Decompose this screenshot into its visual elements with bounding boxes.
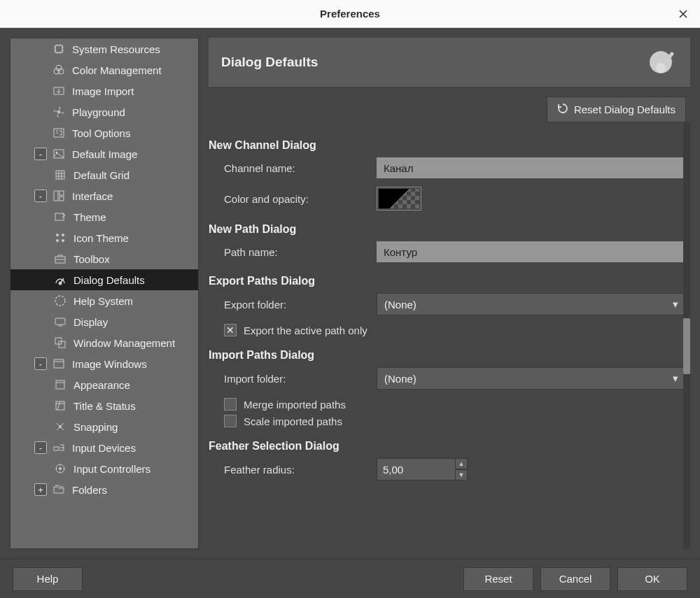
tree-expander-icon[interactable]: +	[34, 483, 47, 496]
checkbox-export-active-only[interactable]: ✕	[224, 324, 237, 336]
select-import-folder-value: (None)	[384, 373, 416, 385]
svg-rect-11	[59, 191, 64, 195]
reset-dialog-defaults-button[interactable]: Reset Dialog Defaults	[547, 97, 686, 122]
scrollbar-thumb[interactable]	[683, 318, 690, 374]
icons-icon	[52, 230, 68, 245]
sidebar-item-window-management[interactable]: Window Management	[10, 332, 198, 353]
image-icon	[51, 146, 66, 162]
sidebar-item-label: Appearance	[74, 379, 130, 391]
sidebar-item-image-windows[interactable]: -Image Windows	[10, 353, 198, 374]
select-import-folder[interactable]: (None) ▾	[377, 367, 686, 390]
sidebar-item-default-grid[interactable]: Default Grid	[10, 164, 198, 185]
sidebar-item-default-image[interactable]: -Default Image	[10, 143, 198, 164]
cancel-button[interactable]: Cancel	[540, 567, 610, 591]
sidebar-item-label: Playground	[72, 106, 125, 118]
spinner-feather-radius[interactable]: 5,00 ▲ ▼	[377, 458, 468, 480]
theme-icon	[52, 209, 68, 225]
sidebar-item-input-devices[interactable]: -Input Devices	[10, 437, 198, 458]
svg-point-20	[55, 296, 65, 306]
sidebar-item-folders[interactable]: +Folders	[10, 479, 198, 500]
sidebar-item-icon-theme[interactable]: Icon Theme	[10, 227, 198, 248]
main-panel: Dialog Defaults Reset Dialog Defaults Ne…	[209, 38, 690, 549]
spinner-down-button[interactable]: ▼	[455, 469, 468, 480]
sidebar-item-label: Theme	[74, 211, 106, 223]
ok-button[interactable]: OK	[617, 567, 687, 591]
svg-point-27	[59, 425, 62, 428]
interface-icon	[51, 188, 66, 204]
label-path-name: Path name:	[209, 246, 377, 258]
sidebar-item-label: Dialog Defaults	[74, 274, 145, 286]
preferences-sidebar[interactable]: System ResourcesColor ManagementImage Im…	[10, 38, 199, 549]
snap-icon	[52, 419, 68, 434]
sidebar-item-label: Toolbox	[74, 253, 110, 265]
spinner-feather-value[interactable]: 5,00	[377, 458, 455, 480]
svg-point-31	[656, 63, 666, 73]
spinner-up-button[interactable]: ▲	[455, 458, 468, 469]
chevron-down-icon: ▾	[673, 372, 678, 385]
input-path-name[interactable]	[377, 241, 686, 262]
sidebar-item-tool-options[interactable]: Tool Options	[10, 122, 198, 143]
import-icon	[51, 83, 66, 99]
row-feather-radius: Feather radius: 5,00 ▲ ▼	[209, 458, 686, 480]
dialog-footer: Help Reset Cancel OK	[0, 559, 700, 598]
window-title: Preferences	[320, 8, 380, 20]
color-opacity-swatch[interactable]	[377, 187, 421, 211]
tree-expander-icon[interactable]: -	[34, 148, 47, 160]
sidebar-item-appearance[interactable]: Appearance	[10, 374, 198, 395]
gauge-icon	[52, 272, 68, 287]
label-channel-color: Color and opacity:	[209, 193, 377, 205]
section-feather: Feather Selection Dialog	[209, 440, 686, 453]
input-channel-name[interactable]	[377, 157, 686, 178]
close-button[interactable]	[676, 7, 690, 21]
tree-expander-icon[interactable]: -	[34, 190, 47, 202]
content: System ResourcesColor ManagementImage Im…	[0, 28, 700, 559]
sidebar-item-system-resources[interactable]: System Resources	[10, 38, 198, 59]
row-scale-imported: Scale imported paths	[209, 415, 686, 427]
sidebar-item-input-controllers[interactable]: Input Controllers	[10, 458, 198, 479]
tree-expander-icon[interactable]: -	[34, 441, 47, 454]
sidebar-item-label: Tool Options	[72, 127, 130, 139]
sidebar-item-label: Image Windows	[72, 358, 147, 370]
folders-icon	[51, 482, 66, 497]
sidebar-item-display[interactable]: Display	[10, 311, 198, 332]
title-icon	[52, 398, 68, 413]
help-button[interactable]: Help	[13, 567, 83, 591]
sidebar-item-color-management[interactable]: Color Management	[10, 59, 198, 80]
tree-expander-icon[interactable]: -	[34, 357, 47, 370]
select-export-folder[interactable]: (None) ▾	[377, 293, 686, 315]
reset-row: Reset Dialog Defaults	[209, 87, 690, 122]
sidebar-item-help-system[interactable]: Help System	[10, 290, 198, 311]
svg-rect-10	[54, 191, 58, 201]
help-icon	[52, 293, 68, 308]
label-feather-radius: Feather radius:	[209, 464, 377, 476]
sidebar-item-label: Display	[74, 316, 108, 328]
sidebar-item-label: System Resources	[72, 43, 160, 55]
row-export-folder: Export folder: (None) ▾	[209, 293, 686, 315]
sidebar-item-theme[interactable]: Theme	[10, 206, 198, 227]
circles-icon	[51, 62, 66, 78]
sidebar-item-interface[interactable]: -Interface	[10, 185, 198, 206]
svg-rect-25	[56, 380, 64, 389]
row-channel-color: Color and opacity:	[209, 187, 686, 211]
reset-button[interactable]: Reset	[463, 567, 533, 591]
row-export-active-only: ✕ Export the active path only	[209, 324, 686, 336]
sidebar-item-label: Window Management	[74, 337, 175, 349]
svg-rect-21	[55, 318, 65, 325]
checkbox-scale-imported[interactable]	[224, 415, 237, 427]
svg-rect-0	[55, 45, 62, 52]
tools-icon	[51, 125, 66, 141]
sidebar-item-playground[interactable]: Playground	[10, 101, 198, 122]
sidebar-item-snapping[interactable]: Snapping	[10, 416, 198, 437]
sidebar-item-title-status[interactable]: Title & Status	[10, 395, 198, 416]
sidebar-item-label: Color Management	[72, 64, 162, 76]
sidebar-item-label: Default Grid	[74, 169, 130, 181]
svg-rect-24	[54, 359, 64, 368]
checkbox-merge-imported[interactable]	[224, 398, 237, 411]
sidebar-item-image-import[interactable]: Image Import	[10, 80, 198, 101]
sidebar-item-toolbox[interactable]: Toolbox	[10, 248, 198, 269]
row-import-folder: Import folder: (None) ▾	[209, 367, 686, 390]
sidebar-item-dialog-defaults[interactable]: Dialog Defaults	[10, 269, 198, 290]
input-icon	[51, 440, 66, 455]
svg-point-14	[56, 234, 59, 236]
reset-dialog-defaults-label: Reset Dialog Defaults	[574, 104, 676, 115]
